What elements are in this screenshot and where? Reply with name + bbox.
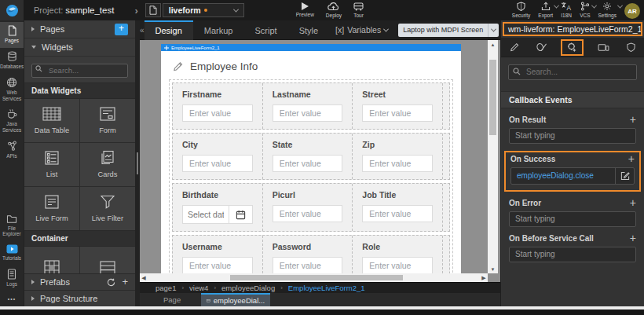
widget-search-input[interactable]	[31, 64, 128, 78]
export-button[interactable]: Export	[538, 2, 553, 18]
widget-tile-data-table[interactable]: Data Table	[24, 99, 79, 142]
widget-tile-live-filter[interactable]: Live Filter	[80, 187, 135, 230]
form-field-lastname[interactable]: Lastname	[262, 83, 353, 129]
on-error-input[interactable]	[509, 211, 636, 227]
add-on-result-button[interactable]: +	[630, 115, 636, 123]
tab-devices[interactable]	[595, 42, 613, 53]
add-page-button[interactable]: +	[115, 24, 128, 35]
form-field-city[interactable]: City	[173, 134, 262, 179]
rail-item-databases[interactable]: Databases	[0, 48, 24, 74]
rail-item-apis[interactable]: APIs	[0, 137, 24, 163]
canvas-horizontal-scrollbar[interactable]: ◀︎ ▶︎	[140, 273, 488, 282]
widget-tile-grid-layout[interactable]	[24, 247, 79, 274]
add-prefab-button[interactable]: +	[122, 278, 128, 286]
scroll-down-arrow[interactable]: ▼︎	[488, 265, 498, 273]
breadcrumb-view4[interactable]: view4	[189, 284, 208, 292]
jobtitle-input[interactable]	[362, 205, 433, 222]
variables-dropdown[interactable]: [x] Variables	[335, 25, 388, 35]
design-canvas[interactable]: EmployeeLiveForm2_1 Employee Info Firstn…	[140, 40, 500, 282]
on-result-input[interactable]	[509, 128, 636, 144]
form-field-username[interactable]: Username	[173, 236, 262, 274]
picurl-input[interactable]	[273, 205, 343, 222]
vcs-button[interactable]: VCS	[580, 2, 590, 18]
breadcrumb-employeedialog[interactable]: employeeDialog	[221, 284, 275, 292]
i18n-button[interactable]: A I18N	[561, 2, 572, 18]
selected-widget-bar[interactable]: EmployeeLiveForm2_1	[161, 44, 461, 51]
tab-events[interactable]	[561, 39, 584, 56]
tab-properties[interactable]	[507, 41, 522, 53]
tab-employee-dialog[interactable]: employeeDial...	[201, 293, 270, 306]
rail-item-tutorials[interactable]: Tutorials	[0, 241, 24, 266]
horizontal-scroll-thumb[interactable]	[230, 275, 403, 280]
properties-search-input[interactable]	[508, 64, 637, 80]
street-input[interactable]	[362, 104, 433, 122]
zip-input[interactable]	[362, 155, 433, 172]
on-success-action-link[interactable]: employeeDialog.close	[511, 171, 615, 180]
form-field-birthdate[interactable]: Birthdate	[173, 184, 262, 231]
on-before-service-call-input[interactable]	[509, 247, 636, 262]
breadcrumb-page1[interactable]: page1	[156, 284, 176, 292]
settings-button[interactable]: Settings	[598, 2, 617, 18]
form-field-picurl[interactable]: Picurl	[262, 184, 353, 231]
preview-button[interactable]: Preview	[296, 2, 314, 18]
firstname-input[interactable]	[182, 104, 253, 122]
page-structure-section-header[interactable]: Page Structure	[24, 290, 135, 306]
tab-styles[interactable]	[533, 41, 551, 53]
scroll-left-arrow[interactable]: ◀︎	[140, 273, 148, 282]
form-field-jobtitle[interactable]: Job Title	[352, 184, 442, 231]
tab-script[interactable]: Script	[244, 20, 288, 40]
widgets-section-header[interactable]: Widgets	[24, 38, 135, 57]
widget-tile-panel[interactable]	[80, 247, 135, 274]
device-selector-dropdown[interactable]: Laptop with MDPI Screen	[398, 24, 499, 37]
page-artboard[interactable]: EmployeeLiveForm2_1 Employee Info Firstn…	[161, 44, 461, 274]
user-avatar[interactable]: AR	[624, 3, 640, 19]
rail-item-java-services[interactable]: Java Services	[0, 105, 24, 137]
tab-page[interactable]: Page	[152, 293, 192, 306]
refresh-icon[interactable]	[107, 278, 115, 287]
widget-tile-live-form[interactable]: Live Form	[24, 187, 79, 230]
form-field-state[interactable]: State	[262, 134, 353, 179]
tab-security[interactable]	[624, 41, 639, 53]
page-selector-dropdown[interactable]: liveform	[163, 3, 244, 17]
widget-tile-list[interactable]: List	[24, 143, 79, 186]
canvas-vertical-scrollbar[interactable]: ▲︎ ▼︎	[488, 40, 498, 273]
form-field-role[interactable]: Role	[352, 236, 442, 274]
prefabs-section-header[interactable]: Prefabs +	[24, 273, 135, 290]
widget-tile-cards[interactable]: Cards	[80, 143, 135, 186]
role-input[interactable]	[362, 257, 433, 274]
widget-tile-form[interactable]: Form	[80, 99, 135, 142]
city-input[interactable]	[182, 155, 253, 172]
form-field-zip[interactable]: Zip	[352, 134, 442, 179]
scroll-right-arrow[interactable]: ▶︎	[480, 273, 488, 282]
scroll-up-arrow[interactable]: ▲︎	[488, 40, 498, 49]
form-field-street[interactable]: Street	[352, 83, 442, 129]
tab-style[interactable]: Style	[288, 20, 329, 40]
add-on-before-service-call-button[interactable]: +	[630, 234, 636, 242]
lastname-input[interactable]	[273, 104, 343, 122]
rail-item-pages[interactable]: Pages	[0, 22, 24, 48]
tour-button[interactable]: Tour	[353, 2, 364, 18]
rail-item-logs[interactable]: Logs	[0, 266, 24, 291]
edit-on-success-button[interactable]	[615, 168, 634, 184]
form-field-password[interactable]: Password	[262, 236, 353, 274]
form-title[interactable]: Employee Info	[161, 51, 461, 79]
rail-item-file-explorer[interactable]: File Explorer	[0, 211, 24, 242]
breadcrumb-active-item[interactable]: EmployeeLiveForm2_1	[288, 284, 365, 292]
vertical-scroll-thumb[interactable]	[489, 60, 496, 135]
add-on-success-button[interactable]: +	[628, 155, 635, 163]
username-input[interactable]	[182, 257, 253, 274]
password-input[interactable]	[273, 257, 343, 274]
pages-section-header[interactable]: Pages +	[24, 20, 135, 38]
state-input[interactable]	[273, 155, 343, 172]
tab-design[interactable]: Design	[145, 20, 193, 40]
tab-markup[interactable]: Markup	[193, 20, 244, 40]
app-logo[interactable]	[0, 0, 24, 20]
add-on-error-button[interactable]: +	[630, 199, 636, 207]
date-picker-button[interactable]	[229, 206, 252, 223]
rail-overflow-button[interactable]: •••	[8, 291, 16, 306]
deploy-button[interactable]: Deploy	[326, 2, 342, 18]
security-button[interactable]: Security	[512, 2, 530, 18]
form-field-firstname[interactable]: Firstname	[173, 83, 262, 129]
birthdate-input[interactable]	[183, 206, 229, 223]
rail-item-web-services[interactable]: Web Services	[0, 74, 24, 106]
